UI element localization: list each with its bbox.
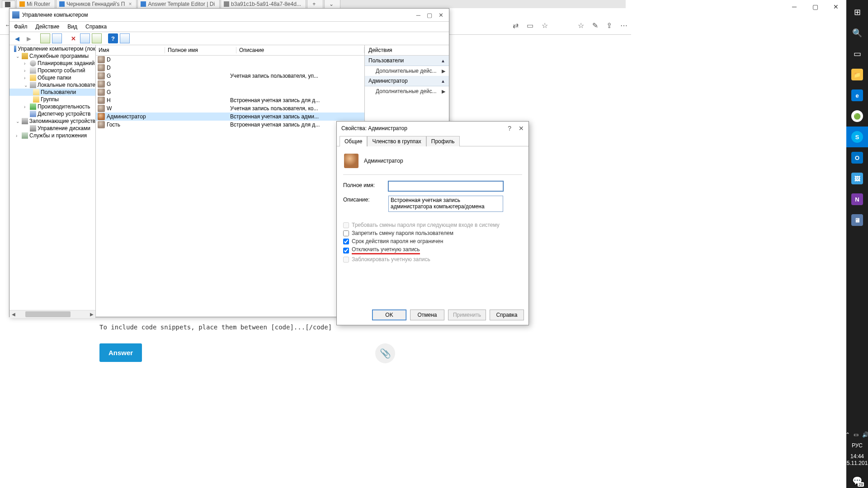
start-button[interactable]: ⊞ (846, 2, 868, 23)
col-fullname[interactable]: Полное имя (165, 47, 236, 53)
list-header[interactable]: Имя Полное имя Описание (96, 45, 364, 56)
actions-section-admin[interactable]: Администратор▲ (365, 76, 449, 86)
back-icon[interactable]: ◀ (12, 33, 22, 43)
export-icon[interactable] (92, 33, 102, 43)
delete-icon[interactable]: ✕ (68, 33, 78, 43)
help-button[interactable]: Справка (490, 310, 524, 320)
print-tab[interactable] (2, 0, 15, 8)
taskbar-app-explorer[interactable]: 📁 (846, 64, 868, 85)
tab-membership[interactable]: Членство в группах (367, 136, 426, 146)
menu-action[interactable]: Действие (36, 23, 60, 30)
tree-item-groups[interactable]: Группы (9, 96, 95, 103)
tree-root[interactable]: Управление компьютером (лок (9, 45, 95, 52)
share-icon[interactable]: ⇪ (606, 21, 612, 30)
actions-section-users[interactable]: Пользователи▲ (365, 56, 449, 66)
tree-item[interactable]: Диспетчер устройств (9, 110, 95, 117)
tree-item[interactable]: ›Общие папки (9, 74, 95, 81)
taskbar-app-photos[interactable]: 🖼 (846, 168, 868, 189)
user-row[interactable]: HВстроенная учетная запись для д... (96, 96, 364, 104)
settings-icon[interactable]: ⋯ (620, 21, 627, 30)
user-row[interactable]: D (96, 56, 364, 64)
browser-tab[interactable]: Answer Template Editor | Di (137, 0, 220, 8)
apply-button[interactable]: Применить (448, 310, 486, 320)
tab-general[interactable]: Общие (340, 136, 367, 146)
translate-icon[interactable]: ⇄ (513, 21, 519, 30)
forward-icon[interactable]: ▶ (24, 33, 34, 43)
close-icon[interactable]: ✕ (519, 125, 524, 132)
tree-item[interactable]: Управление дисками (9, 125, 95, 132)
col-name[interactable]: Имя (96, 47, 165, 53)
answer-button[interactable]: Answer (99, 343, 142, 362)
horizontal-scrollbar[interactable]: ◀▶ (9, 310, 95, 318)
view-icon[interactable] (120, 33, 130, 43)
checkbox-account-disabled[interactable]: Отключить учетную запись (343, 246, 522, 254)
menu-view[interactable]: Вид (67, 23, 77, 30)
reading-view-icon[interactable]: ▭ (527, 21, 533, 30)
minimize-button[interactable]: ─ (416, 12, 420, 19)
browser-tab[interactable]: b3a91c1b-5a91-48a7-8e4d... (221, 0, 306, 8)
user-icon (344, 154, 359, 168)
taskbar-app-mmc[interactable]: 🖥 (846, 210, 868, 230)
task-view-button[interactable]: ▭ (846, 43, 868, 64)
fullname-input[interactable] (388, 181, 503, 191)
help-icon[interactable]: ? (508, 125, 511, 132)
properties-icon[interactable] (52, 33, 62, 43)
user-row[interactable]: G (96, 88, 364, 96)
maximize-button[interactable]: ▢ (427, 12, 432, 19)
close-icon[interactable]: × (128, 1, 132, 7)
checkbox-cannot-change-pw[interactable]: Запретить смену пароля пользователем (343, 230, 522, 236)
user-row[interactable]: G (96, 80, 364, 88)
taskbar-app-outlook[interactable]: O (846, 147, 868, 168)
help-icon[interactable]: ? (108, 33, 118, 43)
browser-tab[interactable]: Mi Router (16, 0, 55, 8)
taskbar-app-edge[interactable]: e (846, 85, 868, 106)
refresh-icon[interactable] (80, 33, 90, 43)
user-row[interactable]: GУчетная запись пользователя, уп... (96, 72, 364, 80)
menu-file[interactable]: Файл (14, 23, 28, 30)
tree-item[interactable]: ›Производительность (9, 103, 95, 110)
tray-icons[interactable]: ⌃▭🔊 (845, 430, 868, 440)
search-button[interactable]: 🔍 (846, 23, 868, 43)
browser-tab[interactable]: Черников Геннадий's П× (56, 0, 137, 8)
up-icon[interactable] (40, 33, 50, 43)
language-indicator[interactable]: РУС (844, 442, 868, 450)
dialog-titlebar[interactable]: Свойства: Администратор ? ✕ (337, 122, 528, 135)
tab-profile[interactable]: Профиль (426, 136, 460, 146)
user-row[interactable]: D (96, 64, 364, 72)
tree-item[interactable]: ⌄Запоминающие устройств (9, 117, 95, 125)
taskbar-app-chrome[interactable]: 🟢 (846, 106, 868, 127)
reading-list-icon[interactable]: ✎ (592, 21, 598, 30)
col-description[interactable]: Описание (236, 47, 364, 53)
actions-more[interactable]: Дополнительные дейс...▶ (365, 86, 449, 96)
tree-item[interactable]: ⌄Служебные программы (9, 52, 95, 60)
actions-more[interactable]: Дополнительные дейс...▶ (365, 66, 449, 76)
chevron-up-icon: ▲ (441, 58, 445, 63)
close-button[interactable]: ✕ (439, 12, 443, 19)
favorites-icon[interactable]: ☆ (578, 21, 584, 30)
window-titlebar[interactable]: Управление компьютером ─ ▢ ✕ (9, 9, 449, 22)
taskbar-clock[interactable]: РУС 14:44 15.11.2018 (844, 440, 868, 472)
user-row[interactable]: WУчетная запись пользователя, ко... (96, 104, 364, 113)
minimize-button[interactable]: ─ (784, 0, 805, 14)
menu-help[interactable]: Справка (85, 23, 107, 30)
taskbar-app-skype[interactable]: S (846, 127, 868, 147)
tree-item[interactable]: ›Службы и приложения (9, 132, 95, 139)
user-row[interactable]: ГостьВстроенная учетная запись для д... (96, 121, 364, 129)
star-icon[interactable]: ☆ (542, 21, 548, 30)
user-row[interactable]: АдминистраторВстроенная учетная запись а… (96, 113, 364, 121)
action-center-button[interactable]: 💬29 (846, 472, 868, 488)
taskbar-app-onenote[interactable]: N (846, 189, 868, 210)
tree-item-users[interactable]: Пользователи (9, 89, 95, 96)
tree-item[interactable]: ⌄Локальные пользовате (9, 81, 95, 89)
description-input[interactable] (388, 196, 503, 212)
tree-item[interactable]: ›Планировщик заданий (9, 60, 95, 67)
new-tab-button[interactable]: + (307, 0, 323, 8)
ok-button[interactable]: OK (372, 310, 406, 320)
cancel-button[interactable]: Отмена (410, 310, 444, 320)
tabs-dropdown[interactable]: ⌄ (324, 0, 340, 8)
maximize-button[interactable]: ▢ (805, 0, 826, 14)
close-button[interactable]: ✕ (826, 0, 846, 14)
checkbox-pw-never-expires[interactable]: Срок действия пароля не ограничен (343, 238, 522, 244)
tree-item[interactable]: ›Просмотр событий (9, 67, 95, 74)
attach-button[interactable]: 📎 (375, 343, 395, 363)
